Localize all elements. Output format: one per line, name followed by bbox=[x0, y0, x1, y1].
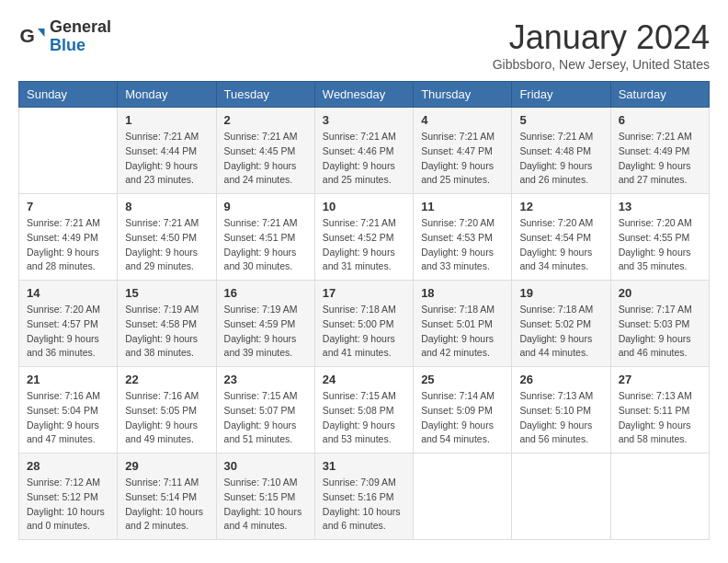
weekday-header-thursday: Thursday bbox=[414, 82, 512, 108]
day-number: 29 bbox=[125, 459, 208, 473]
weekday-header-monday: Monday bbox=[118, 82, 216, 108]
day-info: Sunrise: 7:16 AMSunset: 5:05 PMDaylight:… bbox=[125, 389, 208, 447]
calendar-cell: 23Sunrise: 7:15 AMSunset: 5:07 PMDayligh… bbox=[216, 367, 314, 454]
calendar-cell: 17Sunrise: 7:18 AMSunset: 5:00 PMDayligh… bbox=[314, 281, 413, 367]
day-number: 7 bbox=[27, 200, 109, 213]
day-number: 10 bbox=[323, 200, 405, 213]
day-info: Sunrise: 7:18 AMSunset: 5:02 PMDaylight:… bbox=[519, 303, 602, 361]
weekday-header-tuesday: Tuesday bbox=[216, 82, 314, 108]
day-info: Sunrise: 7:21 AMSunset: 4:52 PMDaylight:… bbox=[323, 216, 405, 274]
day-info: Sunrise: 7:21 AMSunset: 4:48 PMDaylight:… bbox=[519, 130, 602, 188]
day-number: 5 bbox=[519, 113, 602, 127]
day-number: 11 bbox=[421, 200, 504, 213]
calendar-cell: 18Sunrise: 7:18 AMSunset: 5:01 PMDayligh… bbox=[414, 281, 512, 367]
calendar-cell: 2Sunrise: 7:21 AMSunset: 4:45 PMDaylight… bbox=[216, 108, 314, 194]
calendar-cell: 7Sunrise: 7:21 AMSunset: 4:49 PMDaylight… bbox=[19, 194, 118, 281]
day-number: 23 bbox=[224, 373, 307, 386]
day-info: Sunrise: 7:11 AMSunset: 5:14 PMDaylight:… bbox=[125, 476, 208, 534]
calendar-cell: 30Sunrise: 7:10 AMSunset: 5:15 PMDayligh… bbox=[216, 454, 314, 540]
calendar-cell: 29Sunrise: 7:11 AMSunset: 5:14 PMDayligh… bbox=[118, 454, 216, 540]
day-info: Sunrise: 7:16 AMSunset: 5:04 PMDaylight:… bbox=[27, 389, 109, 447]
day-info: Sunrise: 7:18 AMSunset: 5:00 PMDaylight:… bbox=[323, 303, 405, 361]
calendar-cell: 3Sunrise: 7:21 AMSunset: 4:46 PMDaylight… bbox=[314, 108, 413, 194]
svg-marker-1 bbox=[38, 29, 45, 37]
calendar-cell bbox=[414, 454, 512, 540]
calendar-cell: 10Sunrise: 7:21 AMSunset: 4:52 PMDayligh… bbox=[314, 194, 413, 281]
calendar-cell: 21Sunrise: 7:16 AMSunset: 5:04 PMDayligh… bbox=[19, 367, 118, 454]
calendar-cell: 25Sunrise: 7:14 AMSunset: 5:09 PMDayligh… bbox=[414, 367, 512, 454]
svg-text:G: G bbox=[20, 25, 35, 46]
day-info: Sunrise: 7:13 AMSunset: 5:11 PMDaylight:… bbox=[619, 389, 701, 447]
day-info: Sunrise: 7:20 AMSunset: 4:57 PMDaylight:… bbox=[27, 303, 109, 361]
day-info: Sunrise: 7:09 AMSunset: 5:16 PMDaylight:… bbox=[323, 476, 405, 534]
day-number: 21 bbox=[27, 373, 109, 386]
calendar-cell: 8Sunrise: 7:21 AMSunset: 4:50 PMDaylight… bbox=[118, 194, 216, 281]
day-info: Sunrise: 7:21 AMSunset: 4:46 PMDaylight:… bbox=[323, 130, 405, 188]
day-number: 22 bbox=[125, 373, 208, 386]
day-number: 27 bbox=[619, 373, 701, 386]
day-number: 2 bbox=[224, 113, 307, 127]
day-number: 12 bbox=[519, 200, 602, 213]
day-number: 1 bbox=[125, 113, 208, 127]
calendar-cell: 27Sunrise: 7:13 AMSunset: 5:11 PMDayligh… bbox=[610, 367, 709, 454]
day-number: 20 bbox=[619, 286, 701, 300]
calendar-cell bbox=[610, 454, 709, 540]
calendar-table: SundayMondayTuesdayWednesdayThursdayFrid… bbox=[18, 81, 710, 540]
day-number: 25 bbox=[421, 373, 504, 386]
day-number: 31 bbox=[323, 459, 405, 473]
weekday-header-wednesday: Wednesday bbox=[314, 82, 413, 108]
calendar-cell: 6Sunrise: 7:21 AMSunset: 4:49 PMDaylight… bbox=[610, 108, 709, 194]
day-info: Sunrise: 7:15 AMSunset: 5:07 PMDaylight:… bbox=[224, 389, 307, 447]
day-info: Sunrise: 7:15 AMSunset: 5:08 PMDaylight:… bbox=[323, 389, 405, 447]
calendar-cell: 4Sunrise: 7:21 AMSunset: 4:47 PMDaylight… bbox=[414, 108, 512, 194]
calendar-cell: 14Sunrise: 7:20 AMSunset: 4:57 PMDayligh… bbox=[19, 281, 118, 367]
logo-general: General bbox=[50, 18, 111, 37]
day-info: Sunrise: 7:12 AMSunset: 5:12 PMDaylight:… bbox=[27, 476, 109, 534]
day-number: 18 bbox=[421, 286, 504, 300]
day-info: Sunrise: 7:21 AMSunset: 4:45 PMDaylight:… bbox=[224, 130, 307, 188]
day-number: 30 bbox=[224, 459, 307, 473]
day-info: Sunrise: 7:19 AMSunset: 4:58 PMDaylight:… bbox=[125, 303, 208, 361]
day-info: Sunrise: 7:20 AMSunset: 4:54 PMDaylight:… bbox=[519, 216, 602, 274]
calendar-cell bbox=[19, 108, 118, 194]
day-info: Sunrise: 7:21 AMSunset: 4:44 PMDaylight:… bbox=[125, 130, 208, 188]
weekday-header-row: SundayMondayTuesdayWednesdayThursdayFrid… bbox=[19, 82, 710, 108]
day-number: 6 bbox=[619, 113, 701, 127]
calendar-cell: 1Sunrise: 7:21 AMSunset: 4:44 PMDaylight… bbox=[118, 108, 216, 194]
day-info: Sunrise: 7:19 AMSunset: 4:59 PMDaylight:… bbox=[224, 303, 307, 361]
day-number: 16 bbox=[224, 286, 307, 300]
calendar-week-row: 28Sunrise: 7:12 AMSunset: 5:12 PMDayligh… bbox=[19, 454, 710, 540]
day-number: 26 bbox=[519, 373, 602, 386]
calendar-cell: 12Sunrise: 7:20 AMSunset: 4:54 PMDayligh… bbox=[512, 194, 610, 281]
calendar-cell: 11Sunrise: 7:20 AMSunset: 4:53 PMDayligh… bbox=[414, 194, 512, 281]
title-area: January 2024 Gibbsboro, New Jersey, Unit… bbox=[493, 18, 710, 72]
day-number: 24 bbox=[323, 373, 405, 386]
day-number: 8 bbox=[125, 200, 208, 213]
calendar-cell: 28Sunrise: 7:12 AMSunset: 5:12 PMDayligh… bbox=[19, 454, 118, 540]
day-number: 4 bbox=[421, 113, 504, 127]
logo-icon: G bbox=[18, 23, 46, 51]
weekday-header-sunday: Sunday bbox=[19, 82, 118, 108]
day-info: Sunrise: 7:14 AMSunset: 5:09 PMDaylight:… bbox=[421, 389, 504, 447]
calendar-cell: 13Sunrise: 7:20 AMSunset: 4:55 PMDayligh… bbox=[610, 194, 709, 281]
calendar-week-row: 21Sunrise: 7:16 AMSunset: 5:04 PMDayligh… bbox=[19, 367, 710, 454]
day-number: 14 bbox=[27, 286, 109, 300]
location: Gibbsboro, New Jersey, United States bbox=[493, 57, 710, 72]
day-number: 17 bbox=[323, 286, 405, 300]
calendar-week-row: 1Sunrise: 7:21 AMSunset: 4:44 PMDaylight… bbox=[19, 108, 710, 194]
calendar-cell: 31Sunrise: 7:09 AMSunset: 5:16 PMDayligh… bbox=[314, 454, 413, 540]
day-info: Sunrise: 7:17 AMSunset: 5:03 PMDaylight:… bbox=[619, 303, 701, 361]
logo-text: General Blue bbox=[50, 18, 111, 55]
day-number: 3 bbox=[323, 113, 405, 127]
day-number: 19 bbox=[519, 286, 602, 300]
day-info: Sunrise: 7:10 AMSunset: 5:15 PMDaylight:… bbox=[224, 476, 307, 534]
calendar-cell: 15Sunrise: 7:19 AMSunset: 4:58 PMDayligh… bbox=[118, 281, 216, 367]
weekday-header-friday: Friday bbox=[512, 82, 610, 108]
calendar-cell: 22Sunrise: 7:16 AMSunset: 5:05 PMDayligh… bbox=[118, 367, 216, 454]
logo-blue: Blue bbox=[50, 37, 111, 55]
calendar-cell bbox=[512, 454, 610, 540]
calendar-cell: 9Sunrise: 7:21 AMSunset: 4:51 PMDaylight… bbox=[216, 194, 314, 281]
calendar-cell: 5Sunrise: 7:21 AMSunset: 4:48 PMDaylight… bbox=[512, 108, 610, 194]
day-info: Sunrise: 7:21 AMSunset: 4:47 PMDaylight:… bbox=[421, 130, 504, 188]
day-info: Sunrise: 7:21 AMSunset: 4:50 PMDaylight:… bbox=[125, 216, 208, 274]
